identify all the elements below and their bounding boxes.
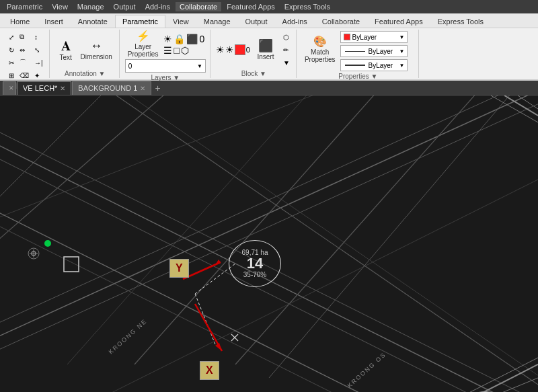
dimension-label: Dimension	[81, 53, 112, 61]
layer-icon-4[interactable]: 0	[199, 34, 204, 44]
text-icon: 𝐀	[61, 39, 71, 52]
layers-group: ⚡ LayerProperties ☀ 🔒 ⬛ 0 ☰ □ ⬡	[121, 30, 210, 78]
block-arrow-btn[interactable]: ▼	[281, 56, 292, 69]
doc-tab-background-close[interactable]: ✕	[140, 85, 145, 92]
new-tab-btn[interactable]: +	[152, 83, 163, 93]
array-btn[interactable]: ⊞	[7, 69, 16, 81]
menu-manage[interactable]: Manage	[73, 2, 108, 11]
menu-express-tools[interactable]: Express Tools	[280, 2, 334, 11]
match-properties-icon: 🎨	[313, 36, 327, 47]
trim-btn[interactable]: ✂	[7, 56, 16, 69]
insert-btn[interactable]: ⬛ Insert	[252, 31, 279, 69]
block-color-row: ☀ ☀ 0	[216, 44, 250, 55]
tab-annotate[interactable]: Annotate	[71, 15, 115, 28]
menu-output[interactable]: Output	[110, 2, 140, 11]
fillet-btn[interactable]: ⌒	[17, 56, 31, 69]
block-14-line2: 35-70%	[243, 271, 266, 278]
annotation-label: Annotation ▼	[65, 69, 106, 77]
layer-properties-btn[interactable]: ⚡ LayerProperties	[125, 31, 161, 58]
layer-properties-label: LayerProperties	[128, 43, 159, 58]
menu-collaborate[interactable]: Collaborate	[176, 2, 221, 11]
copy-btn[interactable]: ⧉	[17, 31, 31, 43]
modify-group: ⤢ ↻ ✂ ⊞ ⧉ ⇔ ⌒ ⌫ ↕ ⤡ →| ✦ Modify ▼	[3, 30, 50, 78]
axis-y-label: Y	[169, 259, 189, 278]
cad-canvas[interactable]: KROONG NE KROONG OS Y X 69,71 ha 14 35-7…	[0, 95, 538, 392]
block-right-col: ⬡ ✏ ▼	[281, 31, 292, 69]
rotate-btn[interactable]: ↻	[7, 44, 16, 56]
scale-btn[interactable]: ⤡	[32, 44, 45, 56]
block-label: Block ▼	[241, 69, 266, 77]
linetype-icon	[345, 51, 365, 52]
color-bylayer[interactable]: ByLayer ▼	[340, 31, 408, 43]
mirror-btn[interactable]: ⇔	[17, 44, 31, 56]
linetype-bylayer-label: ByLayer	[368, 48, 393, 55]
layer-icons-col: ☀ 🔒 ⬛ 0 ☰ □ ⬡	[163, 34, 204, 56]
annotation-group-content: 𝐀 Text ↔ Dimension	[55, 31, 115, 69]
menu-bar: Parametric View Manage Output Add-ins Co…	[0, 0, 538, 13]
axis-x-label: X	[200, 361, 219, 380]
stretch-btn[interactable]: ↕	[32, 31, 45, 43]
create-block-btn[interactable]: ⬡	[281, 31, 292, 43]
match-properties-label: MatchProperties	[305, 48, 336, 63]
color-swatch[interactable]	[235, 44, 245, 55]
layer-icon-7[interactable]: ⬡	[181, 45, 189, 56]
tab-manage[interactable]: Manage	[196, 15, 238, 28]
modify-col-1: ⤢ ↻ ✂ ⊞	[7, 31, 16, 81]
block-group-content: ☀ ☀ 0 ⬛ Insert ⬡ ✏ ▼	[216, 31, 292, 69]
tab-output[interactable]: Output	[238, 15, 275, 28]
linetype-bylayer[interactable]: ByLayer ▼	[340, 45, 408, 57]
ribbon-content: ⤢ ↻ ✂ ⊞ ⧉ ⇔ ⌒ ⌫ ↕ ⤡ →| ✦ Modify ▼ 𝐀	[0, 28, 538, 81]
move-btn[interactable]: ⤢	[7, 31, 16, 43]
explode-btn[interactable]: ✦	[32, 69, 45, 81]
tab-express-tools[interactable]: Express Tools	[430, 15, 491, 28]
close-icon-1[interactable]: ✕	[9, 85, 14, 91]
menu-parametric[interactable]: Parametric	[3, 2, 46, 11]
insert-label: Insert	[257, 53, 274, 61]
doc-tab-background[interactable]: BACKGROUND 1 ✕	[72, 81, 151, 95]
layer-icon-3[interactable]: ⬛	[186, 34, 198, 44]
layer-icon-5[interactable]: ☰	[163, 45, 172, 56]
color-bylayer-arrow: ▼	[399, 34, 405, 40]
edit-block-btn[interactable]: ✏	[281, 44, 292, 56]
layer-dropdown[interactable]: 0 ▼	[125, 59, 206, 73]
doc-tab-background-label: BACKGROUND 1	[78, 84, 137, 92]
tab-collaborate[interactable]: Collaborate	[315, 15, 367, 28]
tab-insert[interactable]: Insert	[37, 15, 71, 28]
extend-btn[interactable]: →|	[32, 56, 45, 69]
menu-featured-apps[interactable]: Featured Apps	[223, 2, 279, 11]
properties-group-content: 🎨 MatchProperties ByLayer ▼ ByLayer ▼ By…	[302, 31, 414, 71]
bylayer-col: ByLayer ▼ ByLayer ▼ ByLayer ▼	[340, 31, 408, 71]
layer-dropdown-arrow: ▼	[197, 63, 202, 69]
doc-tab-ve-lech[interactable]: VE LECH* ✕	[17, 81, 71, 95]
block-top-row: ☀ ☀ 0 ⬛ Insert ⬡ ✏ ▼	[216, 31, 292, 69]
layer-icons-row2: ☰ □ ⬡	[163, 45, 204, 56]
layer-icon-2[interactable]: 🔒	[174, 34, 185, 44]
layer-props-row: ⚡ LayerProperties ☀ 🔒 ⬛ 0 ☰ □ ⬡	[125, 31, 204, 58]
green-marker	[44, 240, 51, 247]
dimension-btn[interactable]: ↔ Dimension	[78, 31, 115, 69]
tab-featured-apps[interactable]: Featured Apps	[367, 15, 430, 28]
erase-btn[interactable]: ⌫	[17, 69, 31, 81]
sun-icon: ☀	[216, 44, 225, 55]
layer-icon-1[interactable]: ☀	[163, 34, 172, 44]
tab-addins[interactable]: Add-ins	[275, 15, 315, 28]
lineweight-icon	[345, 65, 365, 66]
modify-group-content: ⤢ ↻ ✂ ⊞ ⧉ ⇔ ⌒ ⌫ ↕ ⤡ →| ✦	[7, 31, 45, 81]
tab-parametric[interactable]: Parametric	[115, 15, 165, 28]
linetype-bylayer-arrow: ▼	[399, 48, 405, 54]
layer-icon-6[interactable]: □	[174, 45, 179, 56]
block-group: ☀ ☀ 0 ⬛ Insert ⬡ ✏ ▼ Block ▼	[212, 30, 297, 78]
layers-label: Layers ▼	[151, 73, 180, 81]
tab-home[interactable]: Home	[3, 15, 37, 28]
tab-view[interactable]: View	[165, 15, 196, 28]
menu-addins[interactable]: Add-ins	[141, 2, 174, 11]
text-btn[interactable]: 𝐀 Text	[55, 31, 77, 69]
doc-tab-ve-lech-label: VE LECH*	[23, 84, 57, 92]
match-properties-btn[interactable]: 🎨 MatchProperties	[302, 31, 338, 69]
lineweight-bylayer[interactable]: ByLayer ▼	[340, 59, 408, 71]
layers-group-content: ⚡ LayerProperties ☀ 🔒 ⬛ 0 ☰ □ ⬡	[125, 31, 206, 73]
menu-view[interactable]: View	[48, 2, 72, 11]
doc-tab-ve-lech-close[interactable]: ✕	[60, 85, 65, 92]
properties-label: Properties ▼	[338, 71, 377, 80]
doc-tab-close-1[interactable]: ✕	[3, 81, 16, 95]
